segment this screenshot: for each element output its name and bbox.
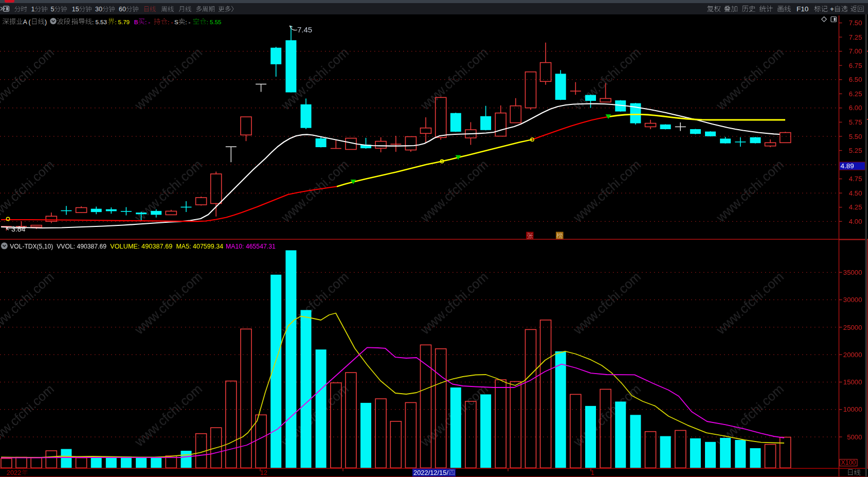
svg-text:7.25: 7.25 xyxy=(849,33,862,41)
svg-text:6.00: 6.00 xyxy=(849,104,862,112)
svg-text:5.75: 5.75 xyxy=(849,118,862,126)
svg-text:6.50: 6.50 xyxy=(849,76,862,83)
svg-text:: 5.53: : 5.53 xyxy=(92,19,107,25)
svg-text:): ) xyxy=(45,19,47,26)
svg-text:VVOL: 490387.69: VVOL: 490387.69 xyxy=(57,242,106,250)
svg-text:: -: : - xyxy=(168,19,173,25)
svg-text:S: S xyxy=(174,19,178,25)
svg-text:3.84: 3.84 xyxy=(11,225,25,233)
svg-text:VOLUME: 490387.69: VOLUME: 490387.69 xyxy=(110,242,172,250)
svg-text:15: 15 xyxy=(72,6,79,13)
svg-text:7.45: 7.45 xyxy=(297,25,312,34)
svg-text:: 5.79: : 5.79 xyxy=(115,19,130,25)
svg-text:MA10: 465547.31: MA10: 465547.31 xyxy=(226,242,276,250)
svg-text:60: 60 xyxy=(119,6,126,13)
svg-text:2022/12/15/: 2022/12/15/ xyxy=(413,469,449,476)
svg-text:4.00: 4.00 xyxy=(849,218,862,225)
svg-text:X100: X100 xyxy=(841,459,856,466)
svg-text:5000: 5000 xyxy=(847,433,862,441)
svg-text:F10: F10 xyxy=(797,5,808,13)
svg-text:4.75: 4.75 xyxy=(849,175,862,183)
svg-text:A (: A ( xyxy=(23,19,31,26)
svg-text:5.25: 5.25 xyxy=(849,147,862,154)
svg-text:12: 12 xyxy=(260,469,267,476)
svg-text:10000: 10000 xyxy=(843,405,862,413)
svg-text:6.75: 6.75 xyxy=(849,62,862,69)
svg-text:5.50: 5.50 xyxy=(849,133,862,140)
svg-text:: -: : - xyxy=(145,19,150,25)
svg-text:7.50: 7.50 xyxy=(849,19,862,27)
svg-text:20000: 20000 xyxy=(843,351,862,359)
svg-text:1: 1 xyxy=(31,6,35,13)
svg-text:35000: 35000 xyxy=(843,269,862,276)
svg-text:4.50: 4.50 xyxy=(849,189,862,197)
svg-text:: 5.55: : 5.55 xyxy=(207,19,222,25)
svg-text:VOL-TDX(5,10): VOL-TDX(5,10) xyxy=(10,242,53,250)
svg-text:30000: 30000 xyxy=(843,296,862,304)
svg-text:30: 30 xyxy=(95,6,102,13)
svg-text:7.00: 7.00 xyxy=(849,47,862,55)
svg-text:4.89: 4.89 xyxy=(841,162,854,170)
svg-text:15000: 15000 xyxy=(843,378,862,386)
svg-text:MA5: 407599.34: MA5: 407599.34 xyxy=(176,242,223,250)
svg-text:+: + xyxy=(830,5,834,13)
svg-text:2022: 2022 xyxy=(7,469,22,476)
svg-text:25000: 25000 xyxy=(843,324,862,331)
svg-text:B: B xyxy=(134,19,138,25)
svg-text:4.25: 4.25 xyxy=(849,203,862,211)
svg-text:1: 1 xyxy=(591,469,594,476)
svg-text:6.25: 6.25 xyxy=(849,90,862,98)
svg-text:5: 5 xyxy=(51,6,55,13)
svg-text:: -: : - xyxy=(185,19,190,25)
